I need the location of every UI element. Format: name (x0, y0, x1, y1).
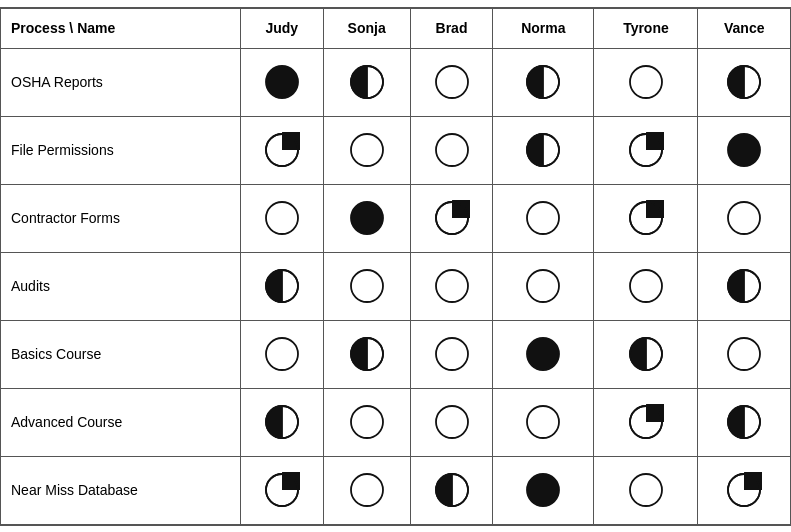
col-header-brad: Brad (410, 8, 493, 48)
row-label-3: Audits (1, 252, 241, 320)
cell-6-3 (493, 456, 594, 524)
svg-point-68 (630, 474, 662, 506)
cell-0-1 (323, 48, 410, 116)
cell-1-3 (493, 116, 594, 184)
table-row: Near Miss Database (1, 456, 791, 524)
circle-6-1 (324, 457, 410, 524)
circle-5-0 (241, 389, 323, 456)
svg-point-34 (436, 270, 468, 302)
cell-5-5 (698, 388, 791, 456)
col-header-judy: Judy (241, 8, 324, 48)
circle-4-0 (241, 321, 323, 388)
cell-3-1 (323, 252, 410, 320)
table-row: OSHA Reports (1, 48, 791, 116)
circle-3-1 (324, 253, 410, 320)
cell-6-4 (594, 456, 698, 524)
circle-4-3 (493, 321, 593, 388)
circle-6-4 (594, 457, 697, 524)
cell-3-3 (493, 252, 594, 320)
circle-1-3 (493, 117, 593, 184)
svg-point-54 (436, 406, 468, 438)
row-label-0: OSHA Reports (1, 48, 241, 116)
circle-6-3 (493, 457, 593, 524)
circle-4-2 (411, 321, 493, 388)
table-row: Advanced Course (1, 388, 791, 456)
cell-5-0 (241, 388, 324, 456)
svg-point-53 (351, 406, 383, 438)
circle-5-1 (324, 389, 410, 456)
col-header-norma: Norma (493, 8, 594, 48)
circle-4-1 (324, 321, 410, 388)
cell-2-1 (323, 184, 410, 252)
svg-point-63 (351, 474, 383, 506)
cell-4-4 (594, 320, 698, 388)
cell-5-1 (323, 388, 410, 456)
svg-point-55 (527, 406, 559, 438)
circle-5-2 (411, 389, 493, 456)
circle-2-5 (698, 185, 790, 252)
row-label-1: File Permissions (1, 116, 241, 184)
svg-point-29 (728, 202, 760, 234)
circle-0-2 (411, 49, 493, 116)
cell-4-0 (241, 320, 324, 388)
table-body: OSHA ReportsFile PermissionsContractor F… (1, 48, 791, 524)
circle-2-2 (411, 185, 493, 252)
circle-0-5 (698, 49, 790, 116)
circle-1-5 (698, 117, 790, 184)
circle-3-2 (411, 253, 493, 320)
svg-point-8 (630, 66, 662, 98)
cell-0-4 (594, 48, 698, 116)
header-row: Process \ Name Judy Sonja Brad Norma Tyr… (1, 8, 791, 48)
circle-0-3 (493, 49, 593, 116)
circle-6-2 (411, 457, 493, 524)
cell-1-0 (241, 116, 324, 184)
svg-point-26 (527, 202, 559, 234)
cell-1-5 (698, 116, 791, 184)
circle-1-2 (411, 117, 493, 184)
cell-6-5 (698, 456, 791, 524)
svg-point-35 (527, 270, 559, 302)
svg-point-40 (266, 338, 298, 370)
cell-6-1 (323, 456, 410, 524)
circle-0-4 (594, 49, 697, 116)
circle-4-4 (594, 321, 697, 388)
circle-5-5 (698, 389, 790, 456)
cell-6-2 (410, 456, 493, 524)
circle-3-5 (698, 253, 790, 320)
row-label-2: Contractor Forms (1, 184, 241, 252)
circle-6-0 (241, 457, 323, 524)
circle-2-0 (241, 185, 323, 252)
circle-1-4 (594, 117, 697, 184)
cell-0-2 (410, 48, 493, 116)
circle-3-0 (241, 253, 323, 320)
circle-2-4 (594, 185, 697, 252)
cell-5-2 (410, 388, 493, 456)
col-header-process: Process \ Name (1, 8, 241, 48)
svg-point-44 (436, 338, 468, 370)
cell-2-5 (698, 184, 791, 252)
svg-point-49 (728, 338, 760, 370)
svg-point-0 (266, 66, 298, 98)
cell-5-3 (493, 388, 594, 456)
table-row: Contractor Forms (1, 184, 791, 252)
main-table-container: Process \ Name Judy Sonja Brad Norma Tyr… (0, 7, 791, 526)
svg-point-67 (527, 474, 559, 506)
circle-1-1 (324, 117, 410, 184)
cell-0-0 (241, 48, 324, 116)
svg-point-45 (527, 338, 559, 370)
cell-3-5 (698, 252, 791, 320)
circle-3-4 (594, 253, 697, 320)
circle-4-5 (698, 321, 790, 388)
cell-2-3 (493, 184, 594, 252)
cell-4-3 (493, 320, 594, 388)
svg-point-14 (351, 134, 383, 166)
cell-0-3 (493, 48, 594, 116)
col-header-sonja: Sonja (323, 8, 410, 48)
svg-point-15 (436, 134, 468, 166)
table-row: Basics Course (1, 320, 791, 388)
cell-0-5 (698, 48, 791, 116)
cell-1-4 (594, 116, 698, 184)
circle-2-3 (493, 185, 593, 252)
cell-3-4 (594, 252, 698, 320)
cell-1-1 (323, 116, 410, 184)
